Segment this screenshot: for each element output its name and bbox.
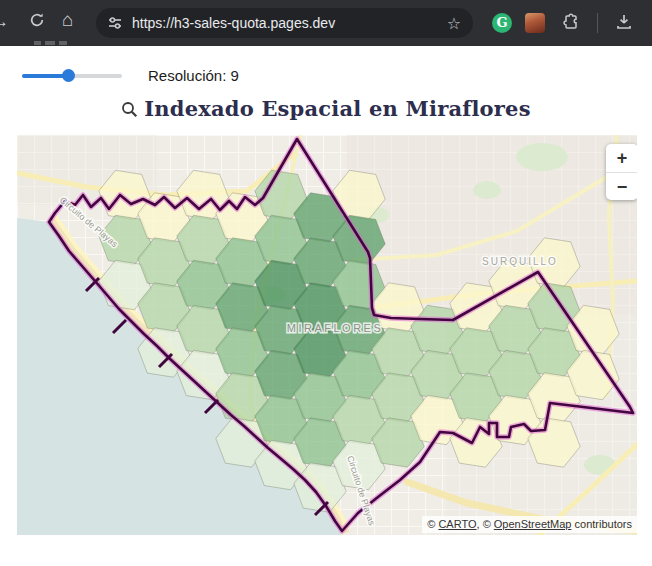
label-surquillo: SURQUILLO xyxy=(482,256,558,267)
label-miraflores: MIRAFLORES xyxy=(287,322,384,334)
magnifier-icon xyxy=(121,101,138,118)
browser-window: { "browser": { "url": "https://h3-sales-… xyxy=(0,0,652,566)
grammarly-extension-icon[interactable]: G xyxy=(492,13,512,33)
refresh-icon[interactable] xyxy=(28,11,46,34)
toolbar-divider xyxy=(597,13,598,33)
home-icon[interactable]: ⌂ xyxy=(62,10,73,30)
resolution-label: Resolución: 9 xyxy=(148,67,239,84)
carto-link[interactable]: CARTO xyxy=(438,518,476,530)
download-icon[interactable] xyxy=(614,12,634,37)
clipped-text-artifact xyxy=(34,41,41,45)
clipped-text-artifact xyxy=(45,41,55,45)
resolution-slider[interactable] xyxy=(22,68,122,82)
park xyxy=(473,181,501,199)
park xyxy=(516,143,568,171)
zoom-in-button[interactable]: + xyxy=(606,144,637,172)
resolution-control: Resolución: 9 xyxy=(22,66,239,84)
slider-thumb[interactable] xyxy=(62,69,75,82)
osm-link[interactable]: OpenStreetMap xyxy=(494,518,572,530)
extensions-puzzle-icon[interactable] xyxy=(560,12,580,37)
clipped-text-artifact xyxy=(59,41,67,45)
site-settings-icon[interactable] xyxy=(108,16,122,30)
zoom-out-button[interactable]: − xyxy=(606,173,637,201)
profile-avatar[interactable] xyxy=(525,13,545,33)
address-bar[interactable]: https://h3-sales-quota.pages.dev ☆ xyxy=(96,8,473,38)
url-text[interactable]: https://h3-sales-quota.pages.dev xyxy=(132,15,447,31)
map-attribution: © CARTO, © OpenStreetMap contributors xyxy=(422,516,637,533)
map-zoom-control: + − xyxy=(606,144,637,200)
map-canvas[interactable]: MIRAFLORESSURQUILLOCircuito de PlayasCir… xyxy=(17,135,637,535)
browser-toolbar: → ⌂ https://h3-sales-quota.pages.dev ☆ G xyxy=(0,0,652,46)
map-layers: MIRAFLORESSURQUILLOCircuito de PlayasCir… xyxy=(17,135,637,535)
forward-icon[interactable]: → xyxy=(0,12,9,32)
bookmark-star-icon[interactable]: ☆ xyxy=(447,14,461,33)
page-title: Indexado Espacial en Miraflores xyxy=(0,96,652,121)
